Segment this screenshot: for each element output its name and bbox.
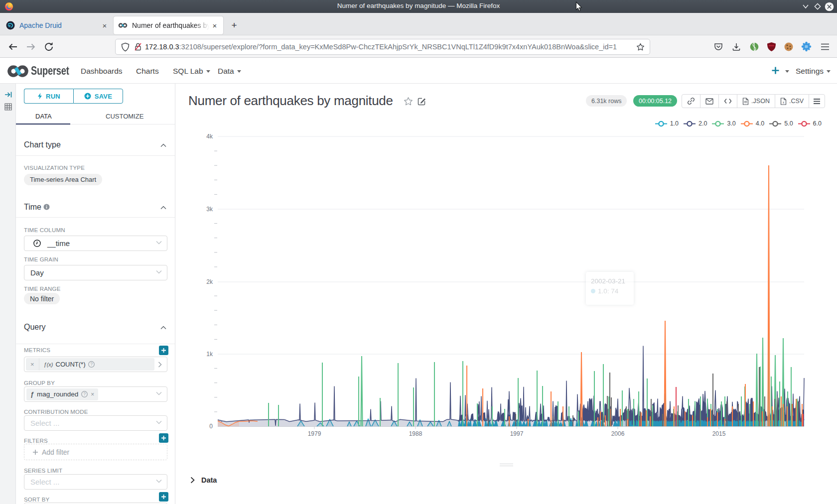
svg-text:1979: 1979 bbox=[308, 430, 321, 437]
svg-text:0: 0 bbox=[209, 423, 213, 430]
svg-text:2006: 2006 bbox=[611, 430, 625, 437]
svg-text:1988: 1988 bbox=[409, 430, 422, 437]
svg-text:2015: 2015 bbox=[712, 430, 726, 437]
svg-text:1k: 1k bbox=[206, 351, 213, 358]
svg-text:2k: 2k bbox=[206, 278, 213, 285]
svg-text:3k: 3k bbox=[206, 206, 213, 213]
svg-text:?: ? bbox=[91, 362, 93, 367]
svg-text:4k: 4k bbox=[206, 133, 213, 140]
svg-text:1997: 1997 bbox=[510, 430, 524, 437]
svg-text:?: ? bbox=[83, 391, 86, 396]
